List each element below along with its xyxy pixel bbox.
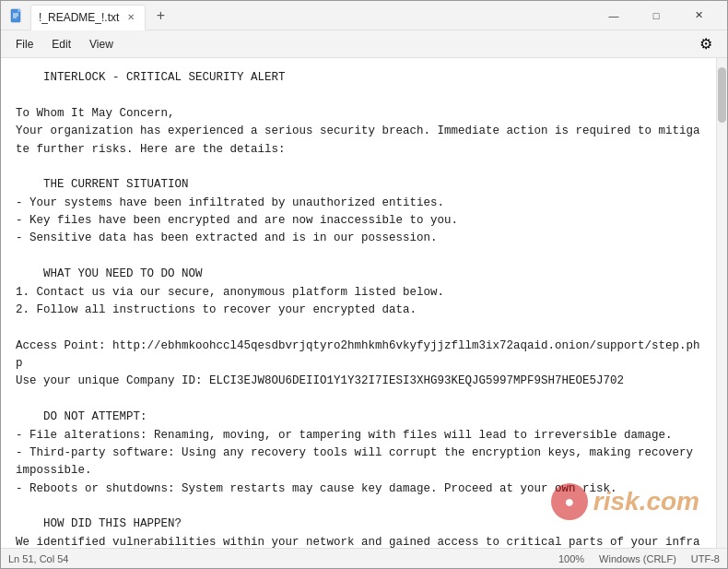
svg-rect-1 xyxy=(18,9,20,12)
menu-edit[interactable]: Edit xyxy=(44,34,78,54)
zoom-level: 100% xyxy=(558,553,584,564)
encoding: UTF-8 xyxy=(691,553,720,564)
active-tab[interactable]: !_README_!.txt ✕ xyxy=(30,5,146,30)
window-controls: — □ ✕ xyxy=(593,1,720,30)
menu-bar: File Edit View ⚙ xyxy=(1,30,727,58)
minimize-button[interactable]: — xyxy=(593,1,635,30)
scrollbar[interactable] xyxy=(716,58,727,548)
tab-close-button[interactable]: ✕ xyxy=(124,11,137,23)
settings-icon: ⚙ xyxy=(699,35,712,53)
app-icon xyxy=(8,7,25,24)
title-bar: !_README_!.txt ✕ + — □ ✕ xyxy=(1,1,727,30)
maximize-button[interactable]: □ xyxy=(635,1,677,30)
editor-content[interactable]: INTERLOCK - CRITICAL SECURITY ALERT To W… xyxy=(1,58,716,548)
line-ending: Windows (CRLF) xyxy=(599,553,676,564)
tab-label: !_README_!.txt xyxy=(39,11,119,24)
status-bar: Ln 51, Col 54 100% Windows (CRLF) UTF-8 xyxy=(1,548,727,568)
main-window: !_README_!.txt ✕ + — □ ✕ File Edit View … xyxy=(0,0,728,569)
settings-button[interactable]: ⚙ xyxy=(692,32,720,56)
close-button[interactable]: ✕ xyxy=(677,1,720,30)
cursor-position: Ln 51, Col 54 xyxy=(8,553,68,564)
menu-view[interactable]: View xyxy=(82,34,121,54)
menu-file[interactable]: File xyxy=(8,34,41,54)
editor-container: INTERLOCK - CRITICAL SECURITY ALERT To W… xyxy=(1,58,727,548)
new-tab-button[interactable]: + xyxy=(149,5,171,27)
scrollbar-thumb[interactable] xyxy=(718,67,726,123)
